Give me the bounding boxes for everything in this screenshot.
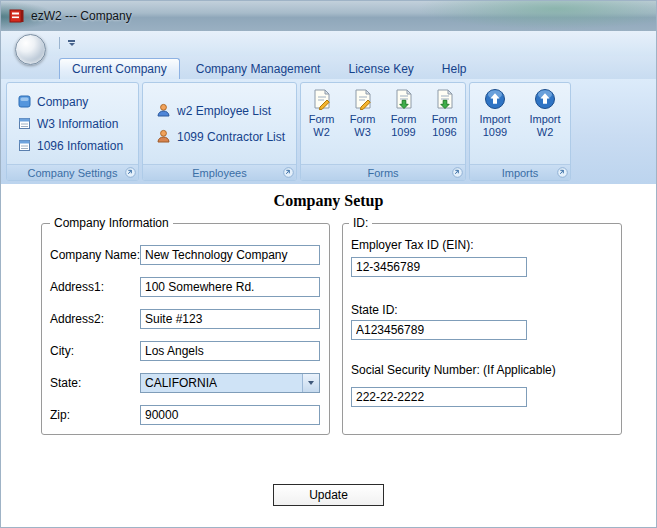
form-1099-icon	[393, 88, 415, 110]
city-input[interactable]	[140, 341, 320, 361]
company-name-label: Company Name:	[50, 248, 140, 262]
form-w2-icon	[311, 88, 333, 110]
zip-label: Zip:	[50, 408, 70, 422]
state-select-value: CALIFORNIA	[141, 374, 302, 392]
tab-help[interactable]: Help	[430, 58, 479, 79]
id-group: ID: Employer Tax ID (EIN): State ID: Soc…	[342, 223, 622, 435]
titlebar: ezW2 --- Company	[1, 1, 656, 31]
imports-launcher-button[interactable]	[557, 167, 568, 178]
state-label: State:	[50, 376, 81, 390]
chevron-down-icon	[308, 381, 314, 385]
address1-input[interactable]	[140, 277, 320, 297]
import-w2-icon	[534, 88, 556, 110]
form-1099-button[interactable]: Form 1099	[383, 83, 424, 164]
group-label-text: Company Settings	[28, 167, 118, 179]
form-w2-button[interactable]: Form W2	[301, 83, 342, 164]
ribbon-item-1099-contractor-list[interactable]: 1099 Contractor List	[153, 127, 296, 146]
ribbon-item-w2-employee-list[interactable]: w2 Employee List	[153, 101, 296, 120]
page-title: Company Setup	[1, 192, 656, 210]
form-1096-icon	[434, 88, 456, 110]
employee-person-icon	[156, 103, 171, 118]
tab-company-management[interactable]: Company Management	[184, 58, 333, 79]
company-icon	[18, 95, 31, 108]
ribbon-item-company[interactable]: Company	[15, 92, 138, 111]
company-settings-launcher-button[interactable]	[125, 167, 136, 178]
ribbon-tab-row: Current Company Company Management Licen…	[1, 56, 656, 79]
window-title: ezW2 --- Company	[31, 9, 132, 23]
ribbon-item-label: 1099 Contractor List	[177, 130, 285, 144]
imports-group-label: Imports	[470, 164, 570, 180]
ribbon-item-w3-information[interactable]: W3 Information	[15, 114, 138, 133]
forms-launcher-button[interactable]	[452, 167, 463, 178]
company-settings-body: Company W3 Information	[7, 83, 138, 164]
ribbon: Company W3 Information	[1, 79, 656, 184]
group-forms: Form W2 Form W3	[300, 82, 466, 181]
qat-separator	[59, 37, 60, 49]
button-label-line1: Import	[529, 113, 560, 126]
update-button[interactable]: Update	[273, 484, 384, 506]
state-select[interactable]: CALIFORNIA	[140, 373, 320, 393]
tab-current-company[interactable]: Current Company	[59, 58, 180, 79]
ribbon-item-label: Company	[37, 95, 88, 109]
zip-input[interactable]	[140, 405, 320, 425]
form-w3-button[interactable]: Form W3	[342, 83, 383, 164]
form-w3-icon	[352, 88, 374, 110]
dialog-launcher-icon	[452, 167, 463, 178]
ribbon-item-label: 1096 Infomation	[37, 139, 123, 153]
application-menu-button[interactable]	[15, 34, 46, 65]
company-information-group: Company Information Company Name: Addres…	[41, 223, 330, 435]
ssn-input[interactable]	[351, 387, 527, 407]
city-label: City:	[50, 344, 74, 358]
company-information-legend: Company Information	[50, 216, 173, 230]
employees-group-label: Employees	[143, 164, 296, 180]
employees-launcher-button[interactable]	[283, 167, 294, 178]
main-content: Company Setup Company Information Compan…	[1, 184, 656, 528]
forms-group-label: Forms	[301, 164, 465, 180]
employees-body: w2 Employee List 1099 Contractor List	[143, 83, 296, 164]
group-company-settings: Company W3 Information	[6, 82, 139, 181]
company-settings-group-label: Company Settings	[7, 164, 138, 180]
button-label-line2: 1099	[391, 126, 415, 139]
quick-access-toolbar	[1, 31, 656, 56]
tab-license-key[interactable]: License Key	[336, 58, 425, 79]
w3-information-icon	[18, 117, 31, 130]
button-label-line1: Form	[391, 113, 417, 126]
imports-body: Import 1099 Import W2	[470, 83, 570, 164]
qat-dropdown-button[interactable]	[65, 38, 78, 48]
button-label-line2: W2	[313, 126, 330, 139]
group-label-text: Imports	[502, 167, 539, 179]
group-label-text: Employees	[192, 167, 246, 179]
ssn-label: Social Security Number: (If Applicable)	[351, 363, 556, 377]
button-label-line2: 1099	[483, 126, 507, 139]
dialog-launcher-icon	[283, 167, 294, 178]
titlebar-glass-right	[406, 1, 656, 31]
group-imports: Import 1099 Import W2 Import	[469, 82, 571, 181]
address2-label: Address2:	[50, 312, 104, 326]
form-1096-button[interactable]: Form 1096	[424, 83, 465, 164]
forms-body: Form W2 Form W3	[301, 83, 465, 164]
dialog-launcher-icon	[557, 167, 568, 178]
chevron-down-icon	[69, 43, 75, 46]
state-id-input[interactable]	[351, 320, 527, 340]
address2-input[interactable]	[140, 309, 320, 329]
window: ezW2 --- Company Current Company Company…	[0, 0, 657, 528]
button-label-line1: Import	[479, 113, 510, 126]
import-w2-button[interactable]: Import W2	[520, 83, 570, 164]
button-label-line1: Form	[309, 113, 335, 126]
button-label-line2: W3	[354, 126, 371, 139]
state-select-arrow-button[interactable]	[302, 374, 319, 392]
qat-controls	[59, 37, 78, 49]
ein-input[interactable]	[351, 257, 527, 277]
address1-label: Address1:	[50, 280, 104, 294]
ein-label: Employer Tax ID (EIN):	[351, 238, 473, 252]
button-label-line1: Form	[432, 113, 458, 126]
import-1099-button[interactable]: Import 1099	[470, 83, 520, 164]
qat-dropdown-bar	[68, 40, 75, 42]
dialog-launcher-icon	[125, 167, 136, 178]
contractor-person-icon	[156, 129, 171, 144]
ribbon-item-1096-information[interactable]: 1096 Infomation	[15, 136, 138, 155]
1096-information-icon	[18, 139, 31, 152]
state-id-label: State ID:	[351, 303, 398, 317]
company-name-input[interactable]	[140, 245, 320, 265]
group-label-text: Forms	[367, 167, 398, 179]
